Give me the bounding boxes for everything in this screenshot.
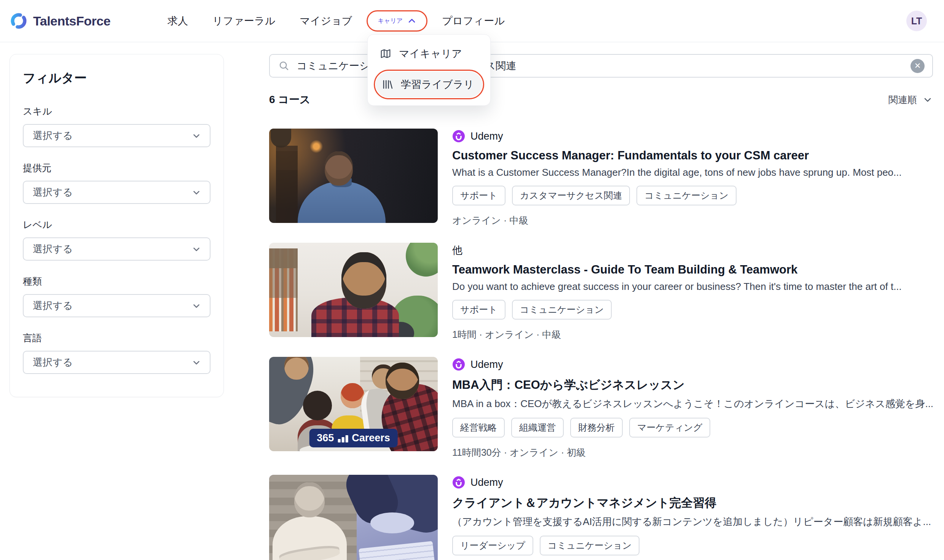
- course-tag: 財務分析: [570, 418, 623, 438]
- tag-row: 経営戦略 組織運営 財務分析 マーケティング: [452, 418, 933, 438]
- course-card[interactable]: 他 Teamwork Masterclass - Guide To Team B…: [269, 243, 933, 341]
- language-select-value: 選択する: [33, 356, 73, 369]
- course-description: （アカウント管理を支援するAI活用に関する新コンテンツを追加しました）リピーター…: [452, 515, 933, 528]
- nav-item-profile[interactable]: プロフィール: [430, 9, 517, 33]
- filter-title: フィルター: [23, 70, 210, 87]
- nav-item-myjobs[interactable]: マイジョブ: [287, 9, 364, 33]
- filter-group-type: 種類 選択する: [23, 275, 210, 317]
- course-meta: 11時間30分 · オンライン · 初級: [452, 446, 933, 459]
- chevron-down-icon: [191, 131, 201, 141]
- sort-dropdown[interactable]: 関連順: [888, 94, 933, 106]
- course-info: Udemy MBA入門：CEOから学ぶビジネスレッスン MBA in a box…: [452, 357, 933, 459]
- course-thumbnail: [269, 243, 438, 337]
- filter-label-level: レベル: [23, 218, 210, 231]
- course-tag: サポート: [452, 186, 505, 205]
- course-list: Udemy Customer Success Manager: Fundamen…: [269, 129, 933, 560]
- course-title: MBA入門：CEOから学ぶビジネスレッスン: [452, 377, 933, 393]
- language-select[interactable]: 選択する: [23, 351, 210, 374]
- course-description: MBA in a box：CEOが教えるビジネスレッスンへようこそ！このオンライ…: [452, 397, 933, 410]
- course-tag: サポート: [452, 300, 505, 320]
- map-icon: [380, 48, 391, 59]
- provider-row: Udemy: [452, 358, 933, 371]
- clear-search-icon[interactable]: ✕: [911, 59, 925, 73]
- provider-row: Udemy: [452, 476, 933, 489]
- chevron-down-icon: [191, 244, 201, 254]
- udemy-icon: [452, 358, 465, 371]
- filter-group-provider: 提供元 選択する: [23, 162, 210, 204]
- brand-name: TalentsForce: [33, 14, 110, 29]
- provider-row: Udemy: [452, 129, 933, 143]
- level-select[interactable]: 選択する: [23, 237, 210, 261]
- provider-select-value: 選択する: [33, 186, 73, 199]
- user-avatar[interactable]: LT: [906, 11, 927, 31]
- skill-select-value: 選択する: [33, 129, 73, 142]
- menu-item-learning-library-label: 学習ライブラリ: [401, 78, 474, 91]
- course-meta: 1時間 · オンライン · 中級: [452, 328, 933, 341]
- skill-select[interactable]: 選択する: [23, 124, 210, 147]
- filter-group-language: 言語 選択する: [23, 332, 210, 374]
- chevron-down-icon: [191, 301, 201, 311]
- udemy-icon: [452, 130, 465, 143]
- course-card[interactable]: Udemy クライアント＆アカウントマネジメント完全習得 （アカウント管理を支援…: [269, 475, 933, 560]
- filter-label-language: 言語: [23, 332, 210, 344]
- menu-item-learning-library[interactable]: 学習ライブラリ: [376, 72, 482, 97]
- tag-row: サポート コミュニケーション: [452, 300, 933, 320]
- annotation-highlight-box: 学習ライブラリ: [374, 70, 484, 99]
- course-tag: 組織運営: [511, 418, 564, 438]
- course-thumbnail: 365 Careers: [269, 357, 438, 451]
- bar-chart-icon: [338, 435, 348, 444]
- career-dropdown-menu: マイキャリア 学習ライブラリ: [367, 34, 491, 106]
- nav-item-career-label: キャリア: [378, 17, 403, 25]
- course-tag: マーケティング: [629, 418, 710, 438]
- sort-label: 関連順: [888, 94, 917, 106]
- course-tag: コミュニケーション: [636, 186, 737, 205]
- provider-name: Udemy: [470, 359, 503, 371]
- course-tag: コミュニケーション: [540, 536, 640, 555]
- nav-item-referral[interactable]: リファーラル: [200, 9, 287, 33]
- course-tag: リーダーシップ: [452, 536, 533, 555]
- chevron-down-icon: [922, 94, 933, 105]
- provider-row: 他: [452, 243, 933, 257]
- search-icon: [278, 60, 290, 72]
- course-tag: 経営戦略: [452, 418, 505, 438]
- filter-label-type: 種類: [23, 275, 210, 288]
- tag-row: サポート カスタマーサクセス関連 コミュニケーション: [452, 186, 933, 205]
- brand-logo[interactable]: TalentsForce: [10, 12, 110, 30]
- udemy-icon: [452, 476, 465, 489]
- course-tag: コミュニケーション: [512, 300, 612, 320]
- filter-group-level: レベル 選択する: [23, 218, 210, 261]
- course-title: Teamwork Masterclass - Guide To Team Bui…: [452, 263, 933, 277]
- course-description: Do you want to achieve great success in …: [452, 281, 933, 293]
- menu-item-my-career[interactable]: マイキャリア: [374, 41, 484, 67]
- course-title: クライアント＆アカウントマネジメント完全習得: [452, 495, 933, 511]
- type-select[interactable]: 選択する: [23, 294, 210, 317]
- library-icon: [382, 79, 393, 90]
- course-description: What is a Customer Success Manager?In th…: [452, 167, 933, 178]
- filter-group-skill: スキル 選択する: [23, 105, 210, 147]
- course-results-panel: ✕ 6 コース 関連順: [269, 54, 933, 560]
- results-count: 6 コース: [269, 92, 311, 107]
- provider-name: 他: [452, 243, 462, 257]
- page-content: フィルター スキル 選択する 提供元 選択する レベル 選択する: [0, 42, 944, 560]
- nav-item-career[interactable]: キャリア: [367, 10, 427, 32]
- menu-item-my-career-label: マイキャリア: [399, 47, 462, 60]
- chevron-down-icon: [191, 358, 201, 368]
- provider-select[interactable]: 選択する: [23, 181, 210, 204]
- nav-item-jobs[interactable]: 求人: [155, 9, 200, 33]
- type-select-value: 選択する: [33, 299, 73, 312]
- course-info: 他 Teamwork Masterclass - Guide To Team B…: [452, 243, 933, 341]
- course-card[interactable]: 365 Careers Udemy: [269, 357, 933, 459]
- badge-suffix: Careers: [352, 432, 390, 444]
- course-meta: オンライン · 中級: [452, 214, 933, 227]
- course-thumbnail: [269, 129, 438, 223]
- level-select-value: 選択する: [33, 242, 73, 256]
- top-navbar: TalentsForce 求人 リファーラル マイジョブ キャリア プロフィール…: [0, 0, 944, 42]
- course-card[interactable]: Udemy Customer Success Manager: Fundamen…: [269, 129, 933, 227]
- tag-row: リーダーシップ コミュニケーション: [452, 536, 933, 555]
- provider-name: Udemy: [470, 130, 503, 142]
- course-info: Udemy クライアント＆アカウントマネジメント完全習得 （アカウント管理を支援…: [452, 475, 933, 560]
- chevron-down-icon: [191, 188, 201, 197]
- provider-name: Udemy: [470, 477, 503, 488]
- course-title: Customer Success Manager: Fundamentals t…: [452, 149, 933, 162]
- filter-sidebar: フィルター スキル 選択する 提供元 選択する レベル 選択する: [10, 54, 224, 397]
